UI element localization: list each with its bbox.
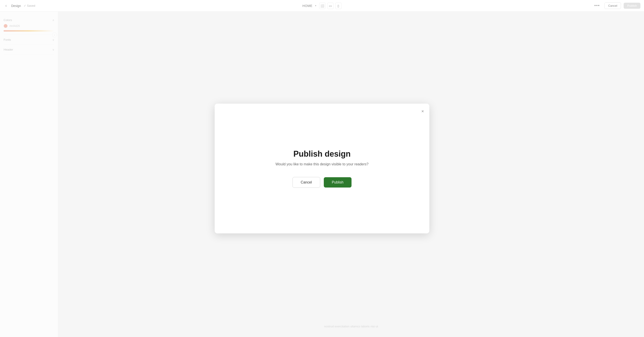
dialog-publish-button[interactable]: Publish <box>324 177 352 188</box>
publish-dialog: × Publish design Would you like to make … <box>215 104 429 233</box>
modal-overlay: × Publish design Would you like to make … <box>0 0 644 337</box>
dialog-title: Publish design <box>294 149 350 159</box>
dialog-cancel-button[interactable]: Cancel <box>292 177 320 188</box>
dialog-buttons: Cancel Publish <box>292 177 352 188</box>
dialog-close-button[interactable]: × <box>420 108 425 114</box>
dialog-subtitle: Would you like to make this design visib… <box>276 162 368 166</box>
